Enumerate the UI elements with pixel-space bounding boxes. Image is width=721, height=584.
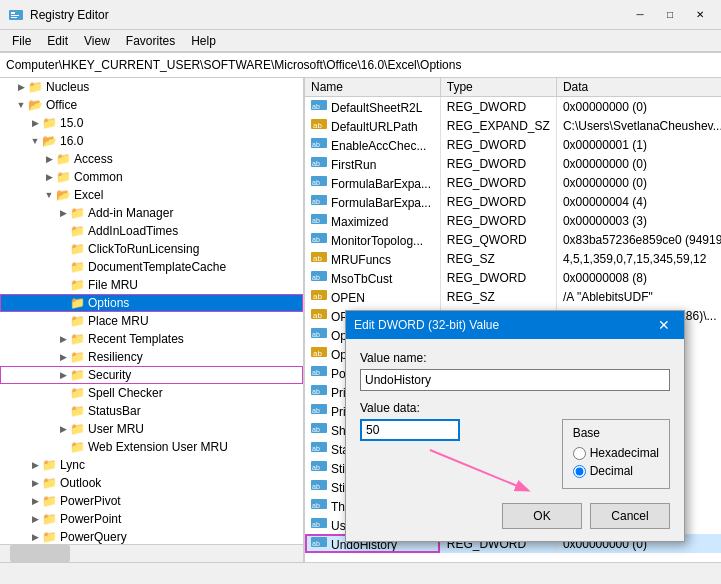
table-row[interactable]: abFormulaBarExpa...REG_DWORD0x00000004 (… [305,192,721,211]
close-button[interactable]: ✕ [687,4,713,26]
tree-row-clicktorunlicensing[interactable]: 📁 ClickToRunLicensing [0,240,303,258]
svg-text:ab: ab [312,141,320,148]
table-row[interactable]: abMRUFuncsREG_SZ4,5,1,359,0,7,15,345,59,… [305,249,721,268]
reg-cell-name: abMonitorTopolog... [305,230,440,249]
radio-hex-input[interactable] [573,447,586,460]
expand-lync[interactable]: ▶ [28,458,42,472]
tree-node-clicktorunlicensing: 📁 ClickToRunLicensing [0,240,303,258]
dword-icon: ab [311,539,327,551]
tree-row-usermru[interactable]: ▶ 📁 User MRU [0,420,303,438]
tree-row-recenttemplates[interactable]: ▶ 📁 Recent Templates [0,330,303,348]
reg-name-text: FormulaBarExpa... [331,177,431,191]
table-row[interactable]: abOPENREG_SZ/A "AblebitsUDF" [305,287,721,306]
menu-view[interactable]: View [76,32,118,50]
expand-addinmanager[interactable]: ▶ [56,206,70,220]
tree-row-addinmanager[interactable]: ▶ 📁 Add-in Manager [0,204,303,222]
dword-icon: ab [311,216,327,228]
tree-row-nucleus[interactable]: ▶ 📁 Nucleus [0,78,303,96]
menu-edit[interactable]: Edit [39,32,76,50]
menu-file[interactable]: File [4,32,39,50]
cancel-button[interactable]: Cancel [590,503,670,529]
reg-cell-name: abDefaultURLPath [305,116,440,135]
svg-text:ab: ab [313,311,322,320]
tree-row-common[interactable]: ▶ 📁 Common [0,168,303,186]
table-row[interactable]: abMonitorTopolog...REG_QWORD0x83ba57236e… [305,230,721,249]
table-row[interactable]: abMsoTbCustREG_DWORD0x00000008 (8) [305,268,721,287]
tree-row-access[interactable]: ▶ 📁 Access [0,150,303,168]
tree-row-security[interactable]: ▶ 📁 Security [0,366,303,384]
tree-row-office[interactable]: ▼ 📂 Office [0,96,303,114]
tree-row-addinloadtimes[interactable]: 📁 AddInLoadTimes [0,222,303,240]
tree-row-powerpivot[interactable]: ▶ 📁 PowerPivot [0,492,303,510]
expand-recenttemplates[interactable]: ▶ [56,332,70,346]
tree-node-documenttemplatecache: 📁 DocumentTemplateCache [0,258,303,276]
expand-150[interactable]: ▶ [28,116,42,130]
value-name-input[interactable] [360,369,670,391]
table-row[interactable]: abMaximizedREG_DWORD0x00000003 (3) [305,211,721,230]
expand-security[interactable]: ▶ [56,368,70,382]
tree-label-webextensionusermru: Web Extension User MRU [88,440,228,454]
tree-label-excel: Excel [74,188,103,202]
expand-160[interactable]: ▼ [28,134,42,148]
tree-row-resiliency[interactable]: ▶ 📁 Resiliency [0,348,303,366]
table-row[interactable]: abDefaultSheetR2LREG_DWORD0x00000000 (0) [305,97,721,117]
maximize-button[interactable]: □ [657,4,683,26]
tree-node-usermru: ▶ 📁 User MRU [0,420,303,438]
table-row[interactable]: abFormulaBarExpa...REG_DWORD0x00000000 (… [305,173,721,192]
svg-text:ab: ab [312,103,320,110]
tree-node-common: ▶ 📁 Common [0,168,303,186]
dialog-close-button[interactable]: ✕ [652,315,676,335]
tree-row-160[interactable]: ▼ 📂 16.0 [0,132,303,150]
tree-node-placemru: 📁 Place MRU [0,312,303,330]
expand-nucleus[interactable]: ▶ [14,80,28,94]
tree-row-options[interactable]: 📁 Options [0,294,303,312]
radio-decimal[interactable]: Decimal [573,464,659,478]
tree-row-statusbar[interactable]: 📁 StatusBar [0,402,303,420]
tree-row-powerpoint[interactable]: ▶ 📁 PowerPoint [0,510,303,528]
expand-outlook[interactable]: ▶ [28,476,42,490]
table-row[interactable]: abFirstRunREG_DWORD0x00000000 (0) [305,154,721,173]
minimize-button[interactable]: ─ [627,4,653,26]
expand-resiliency[interactable]: ▶ [56,350,70,364]
table-row[interactable]: abDefaultURLPathREG_EXPAND_SZC:\Users\Sv… [305,116,721,135]
tree-row-outlook[interactable]: ▶ 📁 Outlook [0,474,303,492]
expand-common[interactable]: ▶ [42,170,56,184]
radio-hexadecimal[interactable]: Hexadecimal [573,446,659,460]
ok-button[interactable]: OK [502,503,582,529]
value-data-input[interactable] [360,419,460,441]
expand-office[interactable]: ▼ [14,98,28,112]
folder-doctemplate-icon: 📁 [70,260,86,274]
menu-help[interactable]: Help [183,32,224,50]
tree-row-lync[interactable]: ▶ 📁 Lync [0,456,303,474]
tree-node-office: ▼ 📂 Office ▶ 📁 15.0 [0,96,303,562]
tree-row-filemru[interactable]: 📁 File MRU [0,276,303,294]
reg-cell-data: 0x00000008 (8) [556,268,721,287]
expand-excel[interactable]: ▼ [42,188,56,202]
table-row[interactable]: abEnableAccChec...REG_DWORD0x00000001 (1… [305,135,721,154]
svg-text:ab: ab [312,426,320,433]
tree-row-excel[interactable]: ▼ 📂 Excel [0,186,303,204]
tree-row-documenttemplatecache[interactable]: 📁 DocumentTemplateCache [0,258,303,276]
menu-bar: File Edit View Favorites Help [0,30,721,52]
tree-row-webextensionusermru[interactable]: 📁 Web Extension User MRU [0,438,303,456]
tree-row-spellchecker[interactable]: 📁 Spell Checker [0,384,303,402]
expand-powerpivot[interactable]: ▶ [28,494,42,508]
expand-powerquery[interactable]: ▶ [28,530,42,544]
tree-label-documenttemplatecache: DocumentTemplateCache [88,260,226,274]
reg-cell-data: /A "AblebitsUDF" [556,287,721,306]
tree-label-outlook: Outlook [60,476,101,490]
expand-usermru[interactable]: ▶ [56,422,70,436]
radio-dec-input[interactable] [573,465,586,478]
reg-cell-name: abFormulaBarExpa... [305,173,440,192]
menu-favorites[interactable]: Favorites [118,32,183,50]
expand-access[interactable]: ▶ [42,152,56,166]
tree-scrollbar[interactable] [0,544,305,562]
folder-options-icon: 📁 [70,296,86,310]
tree-node-security: ▶ 📁 Security [0,366,303,384]
tree-node-addinmanager: ▶ 📁 Add-in Manager [0,204,303,222]
reg-cell-name: abFirstRun [305,154,440,173]
tree-row-150[interactable]: ▶ 📁 15.0 [0,114,303,132]
expand-powerpoint[interactable]: ▶ [28,512,42,526]
tree-row-placemru[interactable]: 📁 Place MRU [0,312,303,330]
sz-icon: ab [311,254,327,266]
